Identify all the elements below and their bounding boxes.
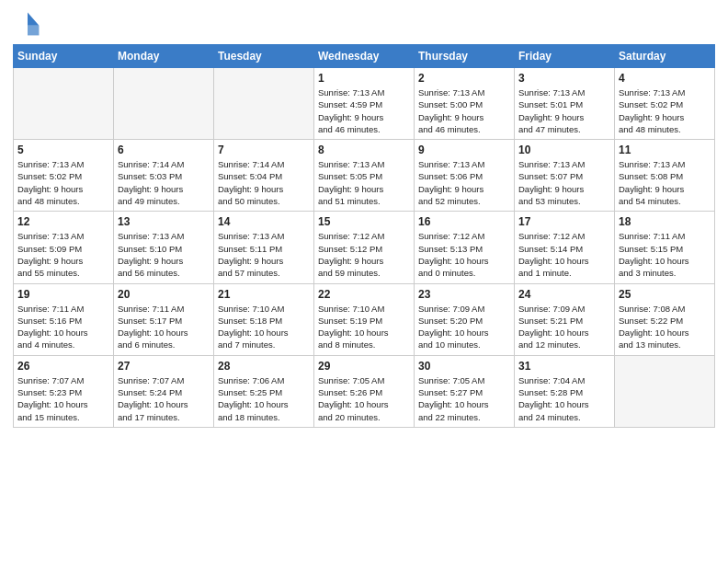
calendar-cell: 16Sunrise: 7:12 AMSunset: 5:13 PMDayligh… [415,212,515,283]
day-number: 4 [619,72,711,85]
week-row-4: 19Sunrise: 7:11 AMSunset: 5:16 PMDayligh… [14,283,715,355]
day-number: 1 [318,72,410,85]
day-details: Sunrise: 7:10 AMSunset: 5:18 PMDaylight:… [218,303,310,351]
day-number: 31 [518,360,610,373]
day-number: 22 [318,288,410,301]
day-details: Sunrise: 7:09 AMSunset: 5:21 PMDaylight:… [518,303,610,351]
day-details: Sunrise: 7:14 AMSunset: 5:03 PMDaylight:… [118,158,210,207]
day-details: Sunrise: 7:13 AMSunset: 5:07 PMDaylight:… [518,158,610,207]
day-number: 25 [619,288,711,301]
calendar-cell: 6Sunrise: 7:14 AMSunset: 5:03 PMDaylight… [114,140,214,212]
weekday-header-wednesday: Wednesday [314,45,415,68]
day-details: Sunrise: 7:05 AMSunset: 5:27 PMDaylight:… [418,374,510,423]
day-number: 5 [17,144,109,156]
day-details: Sunrise: 7:04 AMSunset: 5:28 PMDaylight:… [518,374,610,423]
calendar-cell: 18Sunrise: 7:11 AMSunset: 5:15 PMDayligh… [615,212,715,283]
calendar-cell: 3Sunrise: 7:13 AMSunset: 5:01 PMDaylight… [515,68,615,140]
day-details: Sunrise: 7:12 AMSunset: 5:13 PMDaylight:… [418,230,510,279]
day-details: Sunrise: 7:13 AMSunset: 5:02 PMDaylight:… [619,86,711,135]
weekday-header-saturday: Saturday [615,45,715,68]
day-details: Sunrise: 7:13 AMSunset: 5:06 PMDaylight:… [418,158,510,207]
calendar-cell [214,68,314,140]
week-row-3: 12Sunrise: 7:13 AMSunset: 5:09 PMDayligh… [14,212,715,283]
day-details: Sunrise: 7:12 AMSunset: 5:14 PMDaylight:… [518,230,610,279]
weekday-header-tuesday: Tuesday [214,45,314,68]
day-number: 3 [518,72,610,85]
calendar-cell: 10Sunrise: 7:13 AMSunset: 5:07 PMDayligh… [515,140,615,212]
calendar-cell: 27Sunrise: 7:07 AMSunset: 5:24 PMDayligh… [114,355,214,427]
weekday-header-thursday: Thursday [415,45,515,68]
svg-marker-0 [28,13,39,26]
calendar-cell: 23Sunrise: 7:09 AMSunset: 5:20 PMDayligh… [415,283,515,355]
day-number: 21 [218,288,310,301]
calendar-cell: 25Sunrise: 7:08 AMSunset: 5:22 PMDayligh… [615,283,715,355]
day-number: 23 [418,288,510,301]
page: SundayMondayTuesdayWednesdayThursdayFrid… [0,0,728,563]
calendar-cell: 5Sunrise: 7:13 AMSunset: 5:02 PMDaylight… [14,140,114,212]
day-number: 27 [118,360,210,373]
calendar-cell: 20Sunrise: 7:11 AMSunset: 5:17 PMDayligh… [114,283,214,355]
calendar-cell [14,68,114,140]
day-number: 16 [418,215,510,228]
day-number: 17 [518,215,610,228]
day-details: Sunrise: 7:07 AMSunset: 5:24 PMDaylight:… [118,374,210,423]
day-details: Sunrise: 7:13 AMSunset: 5:10 PMDaylight:… [118,230,210,279]
day-details: Sunrise: 7:10 AMSunset: 5:19 PMDaylight:… [318,303,410,351]
weekday-header-monday: Monday [114,45,214,68]
day-details: Sunrise: 7:13 AMSunset: 5:01 PMDaylight:… [518,86,610,135]
calendar-cell: 15Sunrise: 7:12 AMSunset: 5:12 PMDayligh… [314,212,415,283]
day-number: 6 [118,144,210,156]
header [13,9,715,39]
day-number: 24 [518,288,610,301]
calendar-cell: 21Sunrise: 7:10 AMSunset: 5:18 PMDayligh… [214,283,314,355]
day-number: 28 [218,360,310,373]
calendar-cell: 30Sunrise: 7:05 AMSunset: 5:27 PMDayligh… [415,355,515,427]
day-number: 26 [17,360,109,373]
day-details: Sunrise: 7:13 AMSunset: 5:02 PMDaylight:… [17,158,109,207]
calendar-cell: 7Sunrise: 7:14 AMSunset: 5:04 PMDaylight… [214,140,314,212]
day-number: 19 [17,288,109,301]
day-number: 20 [118,288,210,301]
day-number: 2 [418,72,510,85]
calendar-cell: 29Sunrise: 7:05 AMSunset: 5:26 PMDayligh… [314,355,415,427]
calendar-cell: 1Sunrise: 7:13 AMSunset: 4:59 PMDaylight… [314,68,415,140]
day-details: Sunrise: 7:13 AMSunset: 5:08 PMDaylight:… [619,158,711,207]
day-number: 7 [218,144,310,156]
logo-icon [13,9,42,39]
day-number: 12 [17,215,109,228]
day-details: Sunrise: 7:13 AMSunset: 5:11 PMDaylight:… [218,230,310,279]
day-details: Sunrise: 7:12 AMSunset: 5:12 PMDaylight:… [318,230,410,279]
day-number: 18 [619,215,711,228]
day-number: 13 [118,215,210,228]
calendar-cell: 24Sunrise: 7:09 AMSunset: 5:21 PMDayligh… [515,283,615,355]
day-details: Sunrise: 7:13 AMSunset: 4:59 PMDaylight:… [318,86,410,135]
calendar-cell [615,355,715,427]
calendar-cell: 22Sunrise: 7:10 AMSunset: 5:19 PMDayligh… [314,283,415,355]
calendar-cell [114,68,214,140]
day-details: Sunrise: 7:11 AMSunset: 5:16 PMDaylight:… [17,303,109,351]
day-number: 11 [619,144,711,156]
calendar-cell: 28Sunrise: 7:06 AMSunset: 5:25 PMDayligh… [214,355,314,427]
calendar-table: SundayMondayTuesdayWednesdayThursdayFrid… [13,44,715,428]
week-row-5: 26Sunrise: 7:07 AMSunset: 5:23 PMDayligh… [14,355,715,427]
day-number: 14 [218,215,310,228]
logo [13,9,46,39]
week-row-1: 1Sunrise: 7:13 AMSunset: 4:59 PMDaylight… [14,68,715,140]
day-number: 8 [318,144,410,156]
day-number: 30 [418,360,510,373]
calendar-cell: 11Sunrise: 7:13 AMSunset: 5:08 PMDayligh… [615,140,715,212]
day-details: Sunrise: 7:13 AMSunset: 5:00 PMDaylight:… [418,86,510,135]
day-details: Sunrise: 7:13 AMSunset: 5:09 PMDaylight:… [17,230,109,279]
weekday-header-sunday: Sunday [14,45,114,68]
svg-marker-1 [28,26,39,36]
day-details: Sunrise: 7:05 AMSunset: 5:26 PMDaylight:… [318,374,410,423]
day-details: Sunrise: 7:13 AMSunset: 5:05 PMDaylight:… [318,158,410,207]
calendar-cell: 12Sunrise: 7:13 AMSunset: 5:09 PMDayligh… [14,212,114,283]
day-number: 10 [518,144,610,156]
week-row-2: 5Sunrise: 7:13 AMSunset: 5:02 PMDaylight… [14,140,715,212]
day-details: Sunrise: 7:08 AMSunset: 5:22 PMDaylight:… [619,303,711,351]
day-details: Sunrise: 7:11 AMSunset: 5:17 PMDaylight:… [118,303,210,351]
day-number: 9 [418,144,510,156]
calendar-cell: 2Sunrise: 7:13 AMSunset: 5:00 PMDaylight… [415,68,515,140]
calendar-cell: 9Sunrise: 7:13 AMSunset: 5:06 PMDaylight… [415,140,515,212]
